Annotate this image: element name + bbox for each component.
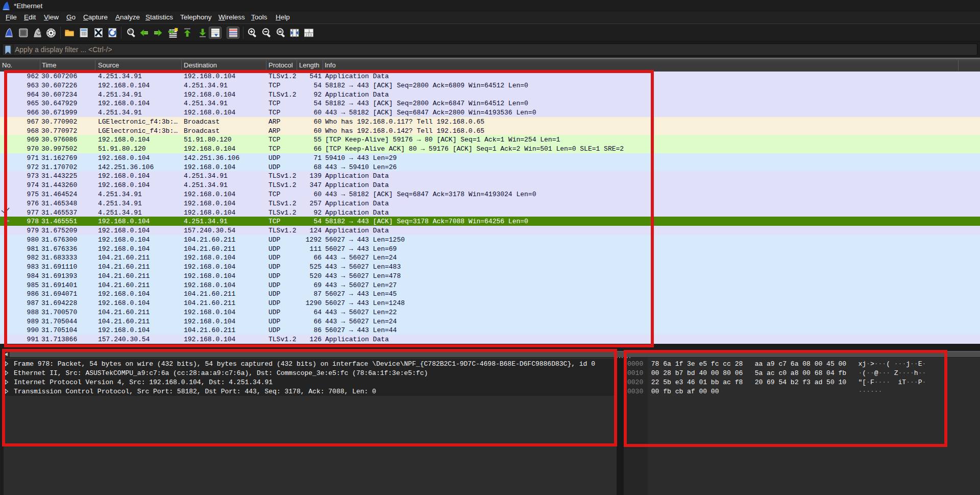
svg-text:3: 3 <box>310 33 312 37</box>
svg-text:2: 2 <box>306 33 308 37</box>
svg-text:1: 1 <box>308 29 310 33</box>
